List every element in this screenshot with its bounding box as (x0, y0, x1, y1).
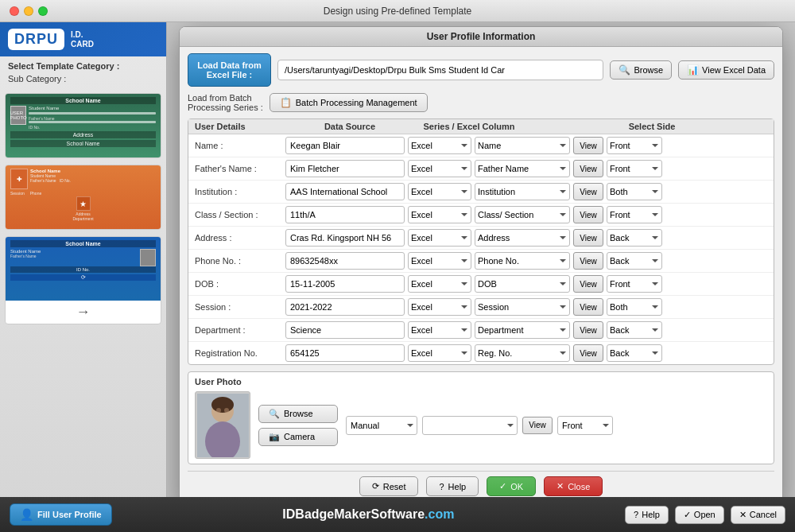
dob-series-select[interactable]: DOB (475, 275, 570, 293)
user-profile-dialog: User Profile Information Load Data from … (179, 26, 783, 508)
phone-value-input[interactable] (285, 252, 405, 270)
ud-col-selectside-header: Select Side (537, 122, 767, 131)
address-series-select[interactable]: Address (475, 229, 570, 247)
address-value-input[interactable] (285, 229, 405, 247)
fathername-view-button[interactable]: View (573, 160, 603, 177)
institution-view-button[interactable]: View (573, 183, 603, 200)
select-template-label: Select Template Category : (0, 56, 166, 72)
class-side-select[interactable]: Front (607, 206, 662, 223)
batch-processing-button[interactable]: 📋 Batch Processing Management (270, 93, 428, 112)
browse-button[interactable]: 🔍 Browse (610, 60, 672, 80)
fathername-series-select[interactable]: Father Name (475, 160, 570, 177)
minimize-window-button[interactable] (24, 6, 33, 16)
window-title: Design using Pre-defined Template (324, 6, 472, 17)
session-view-button[interactable]: View (573, 298, 603, 316)
regno-view-button[interactable]: View (573, 344, 603, 362)
table-row: Class / Section : Excel Class/ Section V… (188, 204, 774, 227)
sidebar: DRPU I.D.CARD Select Template Category :… (0, 22, 167, 532)
dialog-title: User Profile Information (180, 27, 782, 47)
field-name-label: DOB : (195, 279, 282, 289)
session-value-input[interactable] (285, 298, 405, 316)
photo-preview (195, 391, 250, 459)
fathername-value-input[interactable] (285, 160, 405, 177)
template-item[interactable]: School Name Student Name Father's Name I… (5, 236, 161, 324)
department-view-button[interactable]: View (573, 321, 603, 339)
department-value-input[interactable] (285, 321, 405, 339)
department-series-select[interactable]: Department (475, 321, 570, 339)
photo-column-select[interactable] (422, 416, 518, 435)
photo-camera-button[interactable]: 📷 Camera (258, 428, 338, 446)
open-button[interactable]: ✓ Open (675, 506, 724, 524)
help-button-dialog[interactable]: ? Help (426, 476, 479, 496)
class-series-select[interactable]: Class/ Section (475, 206, 570, 223)
name-value-input[interactable] (285, 137, 405, 154)
class-datasource-select[interactable]: Excel (408, 206, 471, 223)
id-badge-logo-text: I.D.CARD (71, 30, 94, 49)
reset-button[interactable]: ⟳ Reset (359, 476, 419, 496)
load-excel-button[interactable]: Load Data from Excel File : (188, 53, 271, 87)
bottom-actions: ? Help ✓ Open ✕ Cancel (625, 506, 785, 524)
session-series-select[interactable]: Session (475, 298, 570, 316)
fathername-datasource-select[interactable]: Excel (408, 160, 471, 177)
ok-button[interactable]: ✓ OK (487, 476, 536, 496)
name-side-select[interactable]: Front (607, 137, 662, 154)
ud-col-user-details: User Details (195, 122, 298, 131)
photo-content: 🔍 Browse 📷 Camera Manual (195, 391, 767, 459)
regno-datasource-select[interactable]: Excel (408, 344, 471, 362)
regno-side-select[interactable]: Back (607, 344, 662, 362)
regno-value-input[interactable] (285, 344, 405, 362)
institution-value-input[interactable] (285, 183, 405, 200)
photo-source-row: Manual Excel View Front Back (346, 416, 767, 435)
arrow-indicator: → (6, 301, 161, 324)
close-window-button[interactable] (10, 6, 19, 16)
name-datasource-select[interactable]: Excel (408, 137, 471, 154)
session-side-select[interactable]: Both (607, 298, 662, 316)
photo-source-select[interactable]: Manual Excel (346, 416, 417, 435)
template-list: School Name USERPHOTO Student Name Fathe… (0, 88, 166, 532)
photo-view-button[interactable]: View (522, 417, 553, 434)
dob-side-select[interactable]: Front (607, 275, 662, 293)
class-value-input[interactable] (285, 206, 405, 223)
cancel-button-bottom[interactable]: ✕ Cancel (731, 506, 785, 524)
view-excel-button[interactable]: 📊 View Excel Data (678, 60, 774, 80)
institution-side-select[interactable]: Both (607, 183, 662, 200)
department-datasource-select[interactable]: Excel (408, 321, 471, 339)
maximize-window-button[interactable] (38, 6, 48, 16)
regno-series-select[interactable]: Reg. No. (475, 344, 570, 362)
class-view-button[interactable]: View (573, 206, 603, 223)
title-bar: Design using Pre-defined Template (0, 0, 795, 22)
dob-datasource-select[interactable]: Excel (408, 275, 471, 293)
template-item[interactable]: School Name USERPHOTO Student Name Fathe… (5, 93, 161, 158)
photo-browse-button[interactable]: 🔍 Browse (258, 405, 338, 423)
template-card-green: School Name USERPHOTO Student Name Fathe… (6, 94, 161, 157)
brand-text: IDBadgeMakerSoftware.com (282, 507, 454, 522)
batch-label: Load from BatchProcessing Series : (188, 93, 263, 112)
dob-view-button[interactable]: View (573, 275, 603, 293)
session-datasource-select[interactable]: Excel (408, 298, 471, 316)
phone-series-select[interactable]: Phone No. (475, 252, 570, 270)
file-path-input[interactable] (277, 60, 603, 80)
sub-category-label: Sub Category : (0, 72, 166, 88)
address-side-select[interactable]: Back (607, 229, 662, 247)
department-side-select[interactable]: Back (607, 321, 662, 339)
phone-side-select[interactable]: Back (607, 252, 662, 270)
fill-profile-button[interactable]: 👤 Fill User Profile (10, 503, 112, 526)
photo-side-select[interactable]: Front Back Both (557, 416, 613, 435)
institution-series-select[interactable]: Institution (475, 183, 570, 200)
fathername-side-select[interactable]: Front (607, 160, 662, 177)
address-view-button[interactable]: View (573, 229, 603, 247)
name-series-select[interactable]: Name (475, 137, 570, 154)
ud-col-datasource-header: Data Source (298, 122, 401, 131)
phone-datasource-select[interactable]: Excel (408, 252, 471, 270)
help-button-bottom[interactable]: ? Help (625, 506, 669, 524)
name-view-button[interactable]: View (573, 137, 603, 154)
table-row: Name : Excel Name View Front (188, 134, 774, 157)
institution-datasource-select[interactable]: Excel (408, 183, 471, 200)
phone-view-button[interactable]: View (573, 252, 603, 270)
field-name-label: Class / Section : (195, 210, 282, 219)
drpu-logo: DRPU (8, 29, 64, 50)
template-item[interactable]: ✚ School Name Student Name Father's Name… (5, 165, 161, 230)
dob-value-input[interactable] (285, 275, 405, 293)
close-button[interactable]: ✕ Close (544, 476, 603, 496)
address-datasource-select[interactable]: Excel (408, 229, 471, 247)
